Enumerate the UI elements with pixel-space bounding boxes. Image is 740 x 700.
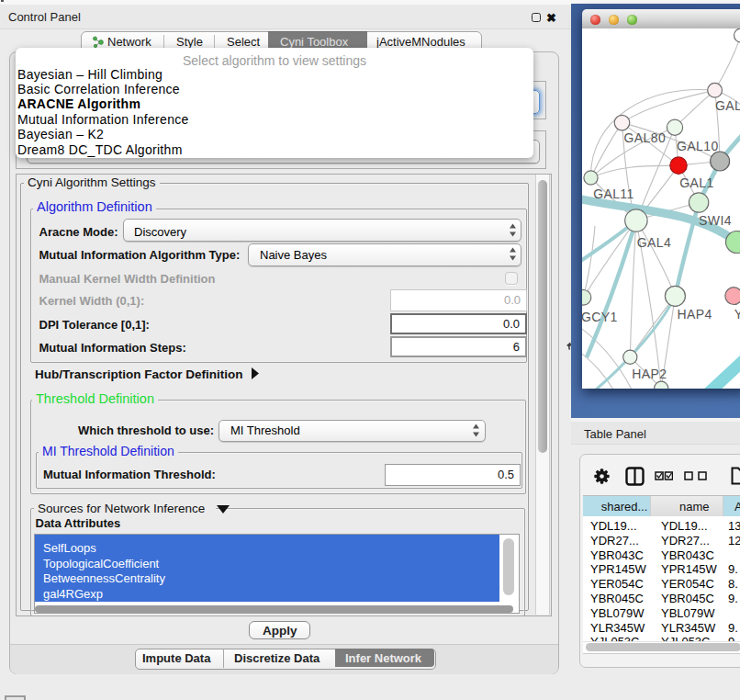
svg-text:SWI4: SWI4 (699, 213, 732, 228)
svg-text:YD: YD (734, 307, 740, 322)
svg-text:HAP4: HAP4 (677, 307, 712, 322)
svg-text:GCY1: GCY1 (582, 310, 618, 324)
svg-text:GAL11: GAL11 (593, 186, 634, 201)
svg-text:GAL80: GAL80 (624, 130, 667, 145)
svg-text:HAP2: HAP2 (632, 367, 667, 381)
svg-text:GAL10: GAL10 (677, 139, 719, 153)
svg-text:GAL4: GAL4 (637, 235, 671, 250)
svg-text:GAL7: GAL7 (715, 98, 740, 113)
svg-text:GAL1: GAL1 (679, 175, 713, 190)
